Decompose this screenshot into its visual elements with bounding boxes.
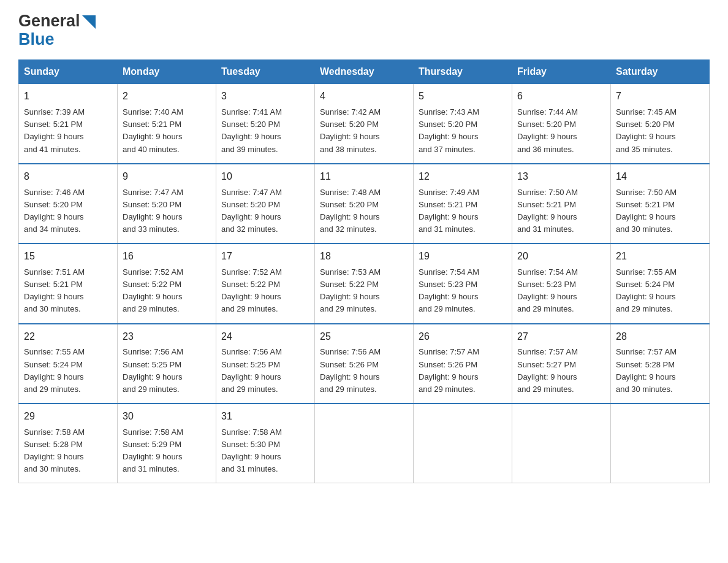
calendar-cell: 15Sunrise: 7:51 AMSunset: 5:21 PMDayligh…	[19, 243, 118, 323]
day-info: Sunrise: 7:49 AMSunset: 5:21 PMDaylight:…	[419, 186, 507, 236]
calendar-cell: 17Sunrise: 7:52 AMSunset: 5:22 PMDayligh…	[216, 243, 315, 323]
day-number: 2	[123, 89, 211, 104]
day-info: Sunrise: 7:58 AMSunset: 5:28 PMDaylight:…	[24, 426, 112, 476]
day-info: Sunrise: 7:40 AMSunset: 5:21 PMDaylight:…	[123, 106, 211, 156]
calendar-cell: 2Sunrise: 7:40 AMSunset: 5:21 PMDaylight…	[118, 84, 216, 164]
calendar-cell: 31Sunrise: 7:58 AMSunset: 5:30 PMDayligh…	[216, 404, 315, 483]
calendar-cell: 22Sunrise: 7:55 AMSunset: 5:24 PMDayligh…	[19, 324, 118, 404]
day-number: 17	[221, 249, 309, 264]
calendar-cell: 19Sunrise: 7:54 AMSunset: 5:23 PMDayligh…	[414, 243, 512, 323]
day-info: Sunrise: 7:46 AMSunset: 5:20 PMDaylight:…	[24, 186, 112, 236]
calendar-table: SundayMondayTuesdayWednesdayThursdayFrid…	[18, 59, 710, 483]
calendar-cell: 27Sunrise: 7:57 AMSunset: 5:27 PMDayligh…	[512, 324, 611, 404]
calendar-cell: 20Sunrise: 7:54 AMSunset: 5:23 PMDayligh…	[512, 243, 611, 323]
day-number: 25	[320, 329, 408, 345]
day-info: Sunrise: 7:57 AMSunset: 5:27 PMDaylight:…	[517, 346, 605, 396]
calendar-cell: 12Sunrise: 7:49 AMSunset: 5:21 PMDayligh…	[414, 164, 512, 243]
day-info: Sunrise: 7:52 AMSunset: 5:22 PMDaylight:…	[221, 266, 309, 316]
day-info: Sunrise: 7:39 AMSunset: 5:21 PMDaylight:…	[24, 106, 112, 156]
calendar-cell	[611, 404, 710, 483]
day-number: 24	[221, 329, 309, 345]
day-number: 10	[221, 169, 309, 185]
day-number: 23	[123, 329, 211, 345]
day-number: 20	[517, 249, 605, 264]
day-number: 11	[320, 169, 408, 185]
day-info: Sunrise: 7:50 AMSunset: 5:21 PMDaylight:…	[616, 186, 704, 236]
calendar-cell: 24Sunrise: 7:56 AMSunset: 5:25 PMDayligh…	[216, 324, 315, 404]
day-number: 22	[24, 329, 112, 345]
day-number: 3	[221, 89, 309, 104]
day-number: 5	[419, 89, 507, 104]
day-info: Sunrise: 7:43 AMSunset: 5:20 PMDaylight:…	[419, 106, 507, 156]
day-number: 19	[419, 249, 507, 264]
calendar-cell: 1Sunrise: 7:39 AMSunset: 5:21 PMDaylight…	[19, 84, 118, 164]
week-row-4: 22Sunrise: 7:55 AMSunset: 5:24 PMDayligh…	[19, 324, 710, 404]
day-number: 16	[123, 249, 211, 264]
calendar-cell: 10Sunrise: 7:47 AMSunset: 5:20 PMDayligh…	[216, 164, 315, 243]
day-info: Sunrise: 7:53 AMSunset: 5:22 PMDaylight:…	[320, 266, 408, 316]
logo-arrow-icon	[82, 15, 96, 31]
calendar-cell: 13Sunrise: 7:50 AMSunset: 5:21 PMDayligh…	[512, 164, 611, 243]
day-number: 18	[320, 249, 408, 264]
header-sunday: Sunday	[19, 60, 118, 84]
day-number: 26	[419, 329, 507, 345]
day-number: 9	[123, 169, 211, 185]
day-info: Sunrise: 7:58 AMSunset: 5:29 PMDaylight:…	[123, 426, 211, 476]
day-info: Sunrise: 7:55 AMSunset: 5:24 PMDaylight:…	[616, 266, 704, 316]
day-number: 4	[320, 89, 408, 104]
calendar-cell: 30Sunrise: 7:58 AMSunset: 5:29 PMDayligh…	[118, 404, 216, 483]
day-info: Sunrise: 7:56 AMSunset: 5:25 PMDaylight:…	[221, 346, 309, 396]
day-number: 15	[24, 249, 112, 264]
calendar-cell: 6Sunrise: 7:44 AMSunset: 5:20 PMDaylight…	[512, 84, 611, 164]
day-number: 29	[24, 409, 112, 424]
day-number: 27	[517, 329, 605, 345]
day-info: Sunrise: 7:57 AMSunset: 5:26 PMDaylight:…	[419, 346, 507, 396]
day-info: Sunrise: 7:52 AMSunset: 5:22 PMDaylight:…	[123, 266, 211, 316]
day-info: Sunrise: 7:51 AMSunset: 5:21 PMDaylight:…	[24, 266, 112, 316]
week-row-2: 8Sunrise: 7:46 AMSunset: 5:20 PMDaylight…	[19, 164, 710, 243]
calendar-cell	[414, 404, 512, 483]
day-number: 13	[517, 169, 605, 185]
day-info: Sunrise: 7:54 AMSunset: 5:23 PMDaylight:…	[517, 266, 605, 316]
day-number: 28	[616, 329, 704, 345]
calendar-cell: 16Sunrise: 7:52 AMSunset: 5:22 PMDayligh…	[118, 243, 216, 323]
day-info: Sunrise: 7:56 AMSunset: 5:25 PMDaylight:…	[123, 346, 211, 396]
day-info: Sunrise: 7:41 AMSunset: 5:20 PMDaylight:…	[221, 106, 309, 156]
day-number: 8	[24, 169, 112, 185]
day-info: Sunrise: 7:47 AMSunset: 5:20 PMDaylight:…	[221, 186, 309, 236]
day-info: Sunrise: 7:57 AMSunset: 5:28 PMDaylight:…	[616, 346, 704, 396]
calendar-cell: 29Sunrise: 7:58 AMSunset: 5:28 PMDayligh…	[19, 404, 118, 483]
week-row-5: 29Sunrise: 7:58 AMSunset: 5:28 PMDayligh…	[19, 404, 710, 483]
day-number: 21	[616, 249, 704, 264]
day-number: 31	[221, 409, 309, 424]
header-thursday: Thursday	[414, 60, 512, 84]
logo-blue-text: Blue	[18, 30, 55, 48]
week-row-3: 15Sunrise: 7:51 AMSunset: 5:21 PMDayligh…	[19, 243, 710, 323]
header-saturday: Saturday	[611, 60, 710, 84]
header-wednesday: Wednesday	[315, 60, 414, 84]
day-info: Sunrise: 7:54 AMSunset: 5:23 PMDaylight:…	[419, 266, 507, 316]
day-info: Sunrise: 7:48 AMSunset: 5:20 PMDaylight:…	[320, 186, 408, 236]
calendar-cell: 8Sunrise: 7:46 AMSunset: 5:20 PMDaylight…	[19, 164, 118, 243]
page-header: General Blue	[18, 12, 710, 48]
logo: General Blue	[18, 12, 96, 48]
day-info: Sunrise: 7:47 AMSunset: 5:20 PMDaylight:…	[123, 186, 211, 236]
day-number: 12	[419, 169, 507, 185]
calendar-cell: 11Sunrise: 7:48 AMSunset: 5:20 PMDayligh…	[315, 164, 414, 243]
day-number: 14	[616, 169, 704, 185]
week-row-1: 1Sunrise: 7:39 AMSunset: 5:21 PMDaylight…	[19, 84, 710, 164]
header-friday: Friday	[512, 60, 611, 84]
day-info: Sunrise: 7:45 AMSunset: 5:20 PMDaylight:…	[616, 106, 704, 156]
calendar-cell: 7Sunrise: 7:45 AMSunset: 5:20 PMDaylight…	[611, 84, 710, 164]
calendar-cell: 25Sunrise: 7:56 AMSunset: 5:26 PMDayligh…	[315, 324, 414, 404]
calendar-cell: 23Sunrise: 7:56 AMSunset: 5:25 PMDayligh…	[118, 324, 216, 404]
day-info: Sunrise: 7:44 AMSunset: 5:20 PMDaylight:…	[517, 106, 605, 156]
calendar-cell: 14Sunrise: 7:50 AMSunset: 5:21 PMDayligh…	[611, 164, 710, 243]
day-info: Sunrise: 7:56 AMSunset: 5:26 PMDaylight:…	[320, 346, 408, 396]
day-info: Sunrise: 7:42 AMSunset: 5:20 PMDaylight:…	[320, 106, 408, 156]
calendar-cell: 5Sunrise: 7:43 AMSunset: 5:20 PMDaylight…	[414, 84, 512, 164]
day-info: Sunrise: 7:55 AMSunset: 5:24 PMDaylight:…	[24, 346, 112, 396]
calendar-cell: 21Sunrise: 7:55 AMSunset: 5:24 PMDayligh…	[611, 243, 710, 323]
header-row: SundayMondayTuesdayWednesdayThursdayFrid…	[19, 60, 710, 84]
day-number: 1	[24, 89, 112, 104]
